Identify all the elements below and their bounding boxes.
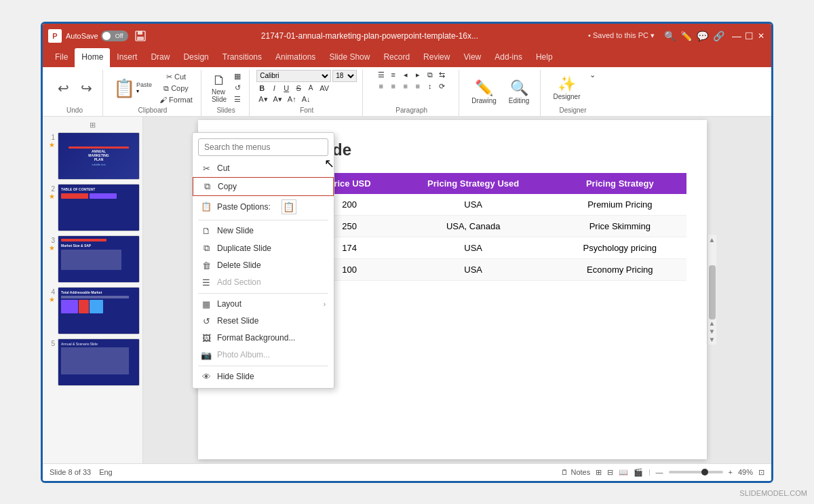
tab-file[interactable]: File xyxy=(48,48,75,67)
tab-home[interactable]: Home xyxy=(75,48,110,67)
slide-sorter-btn[interactable]: ⊟ xyxy=(607,468,613,477)
notes-btn[interactable]: 🗒 Notes xyxy=(561,468,590,476)
menu-item-hide-slide[interactable]: 👁 Hide Slide xyxy=(193,368,334,385)
normal-view-btn[interactable]: ⊞ xyxy=(596,468,602,477)
menu-item-delete[interactable]: 🗑 Delete Slide xyxy=(193,257,334,274)
align-right-button[interactable]: ≡ xyxy=(400,81,411,91)
tab-record[interactable]: Record xyxy=(376,48,416,67)
section-button[interactable]: ☰ xyxy=(231,94,244,104)
tab-view[interactable]: View xyxy=(457,48,488,67)
menu-item-format-bg[interactable]: 🖼 Format Background... xyxy=(193,330,334,347)
highlight-button[interactable]: A▾ xyxy=(271,94,284,104)
menu-item-cut[interactable]: ✂ Cut xyxy=(193,160,334,177)
zoom-slider[interactable] xyxy=(669,471,723,473)
tab-animations[interactable]: Animations xyxy=(269,48,322,67)
smart-art-button[interactable]: ⟳ xyxy=(437,81,448,92)
redo-button[interactable]: ↪ xyxy=(75,79,97,97)
char-spacing-button[interactable]: AV xyxy=(317,83,331,93)
maximize-button[interactable]: ☐ xyxy=(744,31,754,41)
tab-slideshow[interactable]: Slide Show xyxy=(322,48,376,67)
tab-transitions[interactable]: Transitions xyxy=(216,48,269,67)
menu-item-copy[interactable]: ⧉ Copy xyxy=(193,177,334,196)
vertical-scrollbar[interactable]: ▲ ▲ ▼ ▼ xyxy=(707,235,716,345)
font-shadow-button[interactable]: A xyxy=(305,83,316,92)
new-slide-button[interactable]: 🗋 NewSlide xyxy=(208,71,230,105)
font-color-button[interactable]: A▾ xyxy=(256,94,269,104)
increase-indent-button[interactable]: ▸ xyxy=(412,70,423,80)
reading-view-btn[interactable]: 📖 xyxy=(619,468,628,477)
slide-thumb-4[interactable]: 4 ★ Total Addressable Market xyxy=(45,287,140,334)
menu-item-layout[interactable]: ▦ Layout › xyxy=(193,296,334,313)
zoom-thumb[interactable] xyxy=(701,469,708,476)
hide-slide-icon: 👁 xyxy=(201,372,212,382)
tab-design[interactable]: Design xyxy=(176,48,215,67)
col-button[interactable]: ⧉ xyxy=(425,70,435,80)
minimize-button[interactable]: — xyxy=(732,31,741,41)
search-button[interactable]: 🔍 xyxy=(661,28,678,44)
align-left-button[interactable]: ≡ xyxy=(376,81,387,91)
tab-insert[interactable]: Insert xyxy=(110,48,144,67)
bold-button[interactable]: B xyxy=(256,83,267,93)
comments-button[interactable]: 💬 xyxy=(694,28,710,44)
save-icon[interactable] xyxy=(134,29,147,43)
ribbon-options-button[interactable]: 🔗 xyxy=(710,28,726,44)
font-size-decrease[interactable]: A↓ xyxy=(300,94,313,104)
tab-draw[interactable]: Draw xyxy=(144,48,176,67)
slide-thumb-3[interactable]: 3 ★ Market Size & SAP xyxy=(45,235,140,283)
numbering-button[interactable]: ≡ xyxy=(388,70,399,79)
paste-dropdown[interactable]: ▾ xyxy=(136,88,152,94)
fit-slide-btn[interactable]: ⊡ xyxy=(758,468,764,477)
bullets-button[interactable]: ☰ xyxy=(376,70,387,80)
cut-button[interactable]: ✂ Cut xyxy=(157,72,195,82)
slide-img-3[interactable]: Market Size & SAP xyxy=(58,235,140,283)
undo-button[interactable]: ↩ xyxy=(52,79,74,97)
menu-item-new-slide[interactable]: 🗋 New Slide xyxy=(193,222,334,239)
copy-button[interactable]: ⧉ Copy xyxy=(157,83,195,94)
tab-addins[interactable]: Add-ins xyxy=(488,48,529,67)
scroll-up-small[interactable]: ▲ xyxy=(709,319,716,327)
ribbon-expand-button[interactable]: ⌄ xyxy=(587,70,598,80)
format-painter-button[interactable]: 🖌 Format xyxy=(157,95,195,104)
drawing-button[interactable]: ✏️ Drawing xyxy=(466,77,502,106)
text-dir-button[interactable]: ⇆ xyxy=(437,70,448,80)
layout-button[interactable]: ▦ xyxy=(231,71,244,81)
underline-button[interactable]: U xyxy=(281,83,292,93)
scroll-down-small[interactable]: ▼ xyxy=(709,328,716,335)
slide-img-1[interactable]: ANNUALMARKETINGPLAN subtitle text xyxy=(58,132,140,180)
tab-help[interactable]: Help xyxy=(529,48,560,67)
slide-img-2[interactable]: TABLE OF CONTENT xyxy=(58,184,140,231)
presenter-view-btn[interactable]: 🎬 xyxy=(634,468,643,477)
strikethrough-button[interactable]: S xyxy=(293,83,304,93)
menu-item-reset[interactable]: ↺ Reset Slide xyxy=(193,313,334,330)
autosave-toggle[interactable]: Off xyxy=(101,31,128,41)
slide-star-2: ★ xyxy=(49,193,55,200)
font-size-select[interactable]: 18 xyxy=(332,70,357,82)
align-center-button[interactable]: ≡ xyxy=(388,81,399,91)
scroll-up-btn[interactable]: ▲ xyxy=(708,235,717,245)
tab-review[interactable]: Review xyxy=(416,48,457,67)
justify-button[interactable]: ≡ xyxy=(412,81,423,91)
editing-button[interactable]: 🔍 Editing xyxy=(503,77,535,106)
scroll-down-btn[interactable]: ▼ xyxy=(709,336,716,343)
slide-thumb-2[interactable]: 2 ★ TABLE OF CONTENT xyxy=(45,184,140,231)
zoom-out-btn[interactable]: — xyxy=(656,468,663,476)
paste-button[interactable]: 📋 Paste ▾ xyxy=(110,77,155,99)
font-family-select[interactable]: Calibri xyxy=(256,70,331,82)
share-button[interactable]: ✏️ xyxy=(678,28,694,44)
menu-item-duplicate[interactable]: ⧉ Duplicate Slide xyxy=(193,239,334,257)
decrease-indent-button[interactable]: ◂ xyxy=(400,70,411,80)
scrollbar-thumb[interactable] xyxy=(709,265,716,319)
designer-button[interactable]: ✨ Designer xyxy=(547,73,585,102)
slide-img-4[interactable]: Total Addressable Market xyxy=(58,287,140,334)
font-size-increase[interactable]: A↑ xyxy=(286,94,298,104)
slide-img-5[interactable]: Annual & Scenario Slide xyxy=(58,338,140,386)
slide-thumb-1[interactable]: 1 ★ ANNUALMARKETINGPLAN subtitle text xyxy=(45,132,140,180)
menu-item-paste[interactable]: 📋 Paste Options: 📋 xyxy=(193,196,334,218)
menu-search-input[interactable] xyxy=(198,138,328,156)
italic-button[interactable]: I xyxy=(269,83,279,93)
slide-thumb-5[interactable]: 5 ★ Annual & Scenario Slide xyxy=(45,338,140,386)
zoom-in-btn[interactable]: + xyxy=(729,468,733,476)
line-spacing-button[interactable]: ↕ xyxy=(425,81,435,91)
reset-button[interactable]: ↺ xyxy=(231,83,244,93)
close-button[interactable]: ✕ xyxy=(756,31,766,41)
